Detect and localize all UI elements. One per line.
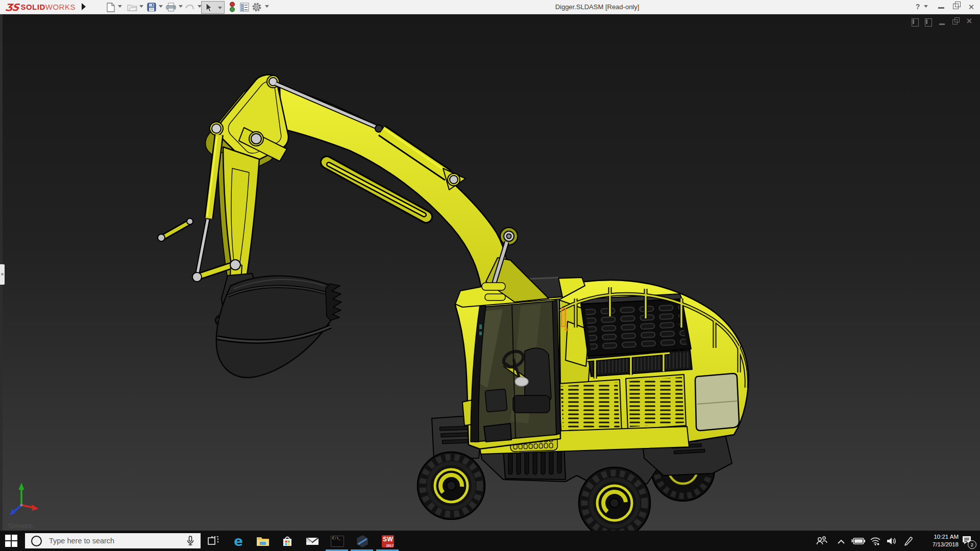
graphics-viewport[interactable]: ✕	[0, 14, 980, 531]
battery-charging-icon[interactable]	[851, 537, 866, 547]
open-button[interactable]	[127, 2, 138, 13]
start-button[interactable]	[5, 535, 17, 547]
cortana-circle-icon	[31, 536, 42, 546]
far-link	[158, 218, 193, 241]
mail-icon[interactable]	[306, 535, 319, 548]
wheel-rear-left[interactable]	[579, 467, 650, 531]
dassault-3s-icon: ƷS	[5, 2, 19, 13]
select-tool-button[interactable]	[201, 1, 225, 14]
print-button[interactable]	[165, 2, 177, 13]
close-button[interactable]: ✕	[966, 3, 976, 12]
action-center-button[interactable]: 2	[962, 535, 975, 547]
screen: ƷS SOLIDWORKS	[0, 0, 980, 551]
tray-time: 10:21 AM	[918, 533, 959, 541]
view-stoplight-icon[interactable]	[227, 2, 238, 13]
help-button[interactable]: ?	[913, 3, 923, 11]
orientation-triad	[10, 483, 39, 515]
new-dropdown-icon[interactable]	[118, 5, 122, 8]
help-dropdown-icon[interactable]	[924, 5, 928, 8]
wheel-front-left[interactable]	[418, 452, 485, 519]
volume-icon[interactable]	[886, 537, 897, 547]
document-title: Digger.SLDASM [Read-only]	[531, 3, 664, 11]
title-bar: ƷS SOLIDWORKS	[0, 0, 980, 14]
people-icon[interactable]	[816, 536, 828, 548]
file-explorer-icon[interactable]	[256, 535, 270, 548]
dipper-cylinder	[197, 135, 219, 276]
tray-date: 7/13/2018	[918, 541, 959, 548]
bucket[interactable]	[216, 276, 341, 378]
new-document-button[interactable]	[105, 2, 116, 13]
command-prompt-icon[interactable]: C:\_	[331, 535, 344, 548]
bucket-teeth	[326, 284, 341, 320]
solidworks-2017-icon[interactable]: SW2017	[381, 535, 395, 548]
tray-chevron-up-icon[interactable]	[837, 538, 845, 547]
hexagon-app-icon[interactable]	[356, 535, 369, 548]
menu-flyout-arrow-icon[interactable]	[82, 3, 86, 10]
taskbar	[0, 531, 980, 551]
edge-icon[interactable]: e	[232, 535, 245, 548]
store-icon[interactable]	[281, 535, 294, 548]
search-input[interactable]	[48, 536, 178, 545]
pen-icon[interactable]	[903, 536, 914, 548]
solidworks-logo: ƷS SOLIDWORKS	[5, 1, 76, 13]
save-dropdown-icon[interactable]	[159, 5, 163, 8]
radiator-block[interactable]	[581, 294, 692, 377]
microphone-icon[interactable]	[186, 536, 194, 546]
brand-name-bold: SOLID	[20, 3, 45, 11]
properties-button[interactable]	[239, 2, 250, 13]
restore-button[interactable]	[953, 4, 959, 9]
options-dropdown-icon[interactable]	[265, 5, 269, 8]
open-dropdown-icon[interactable]	[139, 5, 143, 8]
boom-pivot	[500, 228, 518, 245]
wifi-icon[interactable]	[870, 537, 881, 547]
options-gear-icon[interactable]	[251, 2, 262, 13]
notification-badge: 2	[968, 540, 976, 549]
tray-clock[interactable]: 10:21 AM 7/13/2018	[918, 533, 959, 548]
brand-name-light: WORKS	[45, 3, 76, 11]
minimize-button[interactable]	[938, 7, 944, 9]
select-dropdown-icon[interactable]	[218, 7, 222, 9]
undo-button[interactable]	[184, 2, 195, 13]
taskbar-search[interactable]	[25, 533, 201, 548]
boom-arm[interactable]	[158, 75, 549, 334]
save-button[interactable]	[146, 2, 157, 13]
task-view-button[interactable]	[207, 535, 220, 548]
view-orientation-label: *Dimetric	[7, 522, 33, 530]
excavator-model[interactable]	[0, 14, 980, 531]
print-dropdown-icon[interactable]	[179, 5, 183, 8]
